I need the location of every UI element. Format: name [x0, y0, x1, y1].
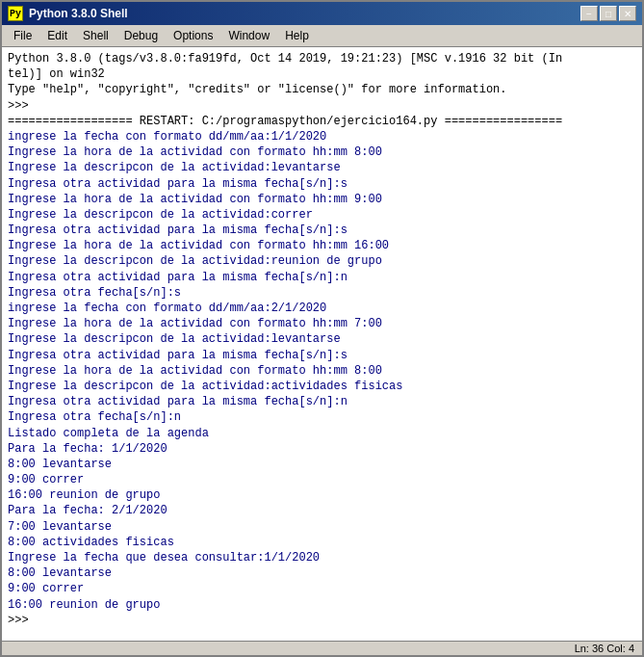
shell-line: 8:00 actividades fisicas	[8, 536, 174, 549]
shell-line: Type "help", "copyright", "credits" or "…	[8, 83, 506, 96]
close-button[interactable]: ✕	[619, 6, 636, 21]
minimize-button[interactable]: −	[580, 6, 598, 21]
title-bar-left: Py Python 3.8.0 Shell	[8, 6, 128, 21]
shell-line: Ingrese la hora de la actividad con form…	[8, 145, 382, 159]
shell-line: Ingresa otra actividad para la misma fec…	[8, 177, 348, 191]
title-bar: Py Python 3.8.0 Shell − □ ✕	[2, 2, 642, 25]
menu-item-window[interactable]: Window	[220, 27, 277, 44]
shell-line: Ingresa otra fecha[s/n]:s	[8, 286, 181, 300]
shell-line: Para la fecha: 2/1/2020	[8, 504, 167, 517]
shell-line: Para la fecha: 1/1/2020	[8, 442, 167, 456]
window-title: Python 3.8.0 Shell	[29, 7, 128, 20]
shell-line: Ingrese la descripcon de la actividad:re…	[8, 254, 382, 268]
shell-line: >>>	[8, 614, 36, 627]
maximize-button[interactable]: □	[600, 6, 617, 21]
shell-line: ================== RESTART: C:/programas…	[8, 115, 562, 128]
menu-item-edit[interactable]: Edit	[39, 27, 75, 44]
shell-line: Ingresa otra fecha[s/n]:n	[8, 410, 181, 424]
shell-line: Ingrese la hora de la actividad con form…	[8, 317, 382, 330]
status-text: Ln: 36 Col: 4	[575, 643, 634, 654]
shell-line: Ingresa otra actividad para la misma fec…	[8, 223, 348, 237]
shell-line: Ingrese la descripcon de la actividad:co…	[8, 208, 313, 222]
shell-line: 8:00 levantarse	[8, 458, 112, 471]
status-bar: Ln: 36 Col: 4	[2, 641, 642, 655]
shell-line: Python 3.8.0 (tags/v3.8.0:fa919fd, Oct 1…	[8, 52, 562, 66]
shell-line: Ingrese la descripcon de la actividad:ac…	[8, 380, 402, 393]
shell-line: ingrese la fecha con formato dd/mm/aa:2/…	[8, 302, 326, 315]
shell-line: 16:00 reunion de grupo	[8, 598, 160, 612]
menu-item-debug[interactable]: Debug	[116, 27, 166, 44]
shell-line: Ingrese la descripcon de la actividad:le…	[8, 332, 341, 346]
shell-line: 16:00 reunion de grupo	[8, 488, 160, 502]
app-icon: Py	[8, 6, 23, 21]
menu-item-options[interactable]: Options	[166, 27, 220, 44]
shell-output: Python 3.8.0 (tags/v3.8.0:fa919fd, Oct 1…	[8, 51, 636, 637]
shell-line: 8:00 levantarse	[8, 566, 112, 580]
shell-line: Ingrese la fecha que desea consultar:1/1…	[8, 551, 320, 565]
shell-line: 9:00 correr	[8, 473, 84, 486]
title-buttons: − □ ✕	[580, 6, 636, 21]
shell-line: >>>	[8, 99, 36, 113]
main-window: Py Python 3.8.0 Shell − □ ✕ FileEditShel…	[0, 0, 644, 657]
shell-line: Ingrese la hora de la actividad con form…	[8, 239, 389, 252]
menu-item-file[interactable]: File	[6, 27, 39, 44]
shell-line: Ingrese la hora de la actividad con form…	[8, 193, 382, 206]
shell-line: ingrese la fecha con formato dd/mm/aa:1/…	[8, 130, 326, 144]
menu-item-help[interactable]: Help	[277, 27, 317, 44]
shell-line: Ingrese la descripcon de la actividad:le…	[8, 161, 341, 174]
menu-item-shell[interactable]: Shell	[75, 27, 116, 44]
shell-line: Ingresa otra actividad para la misma fec…	[8, 349, 348, 362]
shell-line: Listado completa de la agenda	[8, 427, 209, 440]
shell-content[interactable]: Python 3.8.0 (tags/v3.8.0:fa919fd, Oct 1…	[2, 47, 642, 641]
shell-line: 7:00 levantarse	[8, 520, 112, 534]
shell-line: tel)] on win32	[8, 67, 105, 81]
shell-line: 9:00 correr	[8, 582, 84, 595]
shell-line: Ingrese la hora de la actividad con form…	[8, 364, 382, 378]
shell-line: Ingresa otra actividad para la misma fec…	[8, 271, 348, 284]
shell-line: Ingresa otra actividad para la misma fec…	[8, 395, 348, 408]
menu-bar: FileEditShellDebugOptionsWindowHelp	[2, 25, 642, 47]
